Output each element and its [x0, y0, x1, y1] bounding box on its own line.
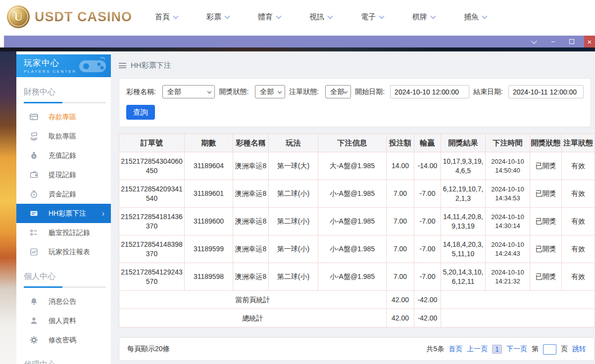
jump-label-after: 页 [561, 345, 568, 354]
sidebar-item-label: 充值記錄 [49, 151, 76, 160]
draw-status-select[interactable]: 全部 [255, 85, 285, 98]
cell-play-type: 第一球(小) [269, 235, 318, 263]
cell-play-type: 第一球(大) [269, 152, 318, 180]
person-icon [30, 317, 38, 325]
nav-item-lottery[interactable]: 彩票 [206, 12, 229, 22]
cell-period: 31189604 [185, 152, 233, 180]
chevron-down-icon [344, 90, 347, 93]
nav-item-chess[interactable]: 棋牌 [412, 12, 435, 22]
cell-order-status: 有效 [562, 263, 595, 291]
cell-draw-result: 6,12,19,10,7,2,1,3 [441, 180, 486, 208]
nav-item-home[interactable]: 首頁 [155, 12, 178, 22]
next-page-link[interactable]: 下一页 [506, 345, 527, 354]
page-header: HH彩票下注 [119, 59, 591, 71]
background-site-strip [0, 47, 595, 51]
chevron-right-icon: › [102, 209, 104, 218]
sidebar-item-label: 存款專區 [49, 113, 76, 122]
col-header-draw-status: 開獎狀態 [530, 134, 562, 152]
lottery-name-select[interactable]: 全部 [162, 85, 215, 98]
order-status-select[interactable]: 全部 [325, 85, 351, 98]
sidebar-item-withdraw[interactable]: 取款專區 [16, 127, 111, 146]
cell-lottery-name: 澳洲幸运8 [233, 263, 269, 291]
cell-draw-result: 14,18,4,20,3,5,11,10 [441, 235, 486, 263]
sidebar-item-label: 提現記錄 [49, 171, 76, 180]
menu-toggle-icon[interactable] [119, 63, 126, 68]
coin-purse-icon: ¥ [30, 190, 38, 198]
bell-icon [30, 297, 38, 306]
cell-bet-info: 小-A盤@1.985 [318, 208, 387, 235]
sidebar-header: 玩家中心 PLAYERS CENTER [16, 54, 111, 77]
nav-menu: 首頁 彩票 體育 視訊 電子 棋牌 捕魚 [155, 12, 515, 22]
cell-win-loss: -7.00 [414, 235, 441, 263]
sidebar-item-change-password[interactable]: 修改密碼 [16, 330, 111, 350]
end-date-input[interactable] [508, 85, 584, 98]
first-page-link[interactable]: 首页 [448, 345, 462, 354]
cell-bet-time: 2024-10-10 14:21:32 [486, 263, 530, 291]
cell-order-no: 2152172854129243570 [119, 263, 185, 291]
site-logo[interactable]: U USDT CASINO [7, 5, 132, 28]
nav-item-fishing[interactable]: 捕魚 [464, 12, 487, 22]
chevron-down-icon [482, 13, 487, 19]
nav-item-electronic[interactable]: 電子 [361, 12, 384, 22]
sidebar-item-recharge-record[interactable]: ¥ 充值記錄 [16, 146, 111, 165]
nav-item-sports[interactable]: 體育 [258, 12, 281, 22]
search-button[interactable]: 查詢 [126, 105, 155, 120]
col-header-bet-time: 下注時間 [486, 134, 530, 152]
start-date-input[interactable] [390, 85, 469, 98]
page-jump-input[interactable] [543, 344, 556, 355]
col-header-order-no: 訂單號 [119, 134, 185, 152]
svg-text:¥: ¥ [33, 155, 35, 158]
sidebar-section-agent: 代理中心 [24, 360, 111, 364]
cell-draw-status: 已開獎 [530, 235, 562, 263]
chevron-down-icon [207, 90, 211, 93]
summary-bet-total: 42.00 [387, 291, 414, 309]
sidebar-item-announcements[interactable]: 消息公告 [16, 292, 111, 311]
jump-action-link[interactable]: 跳转 [572, 345, 586, 354]
sidebar-item-room-bet-record[interactable]: 廳室投註記錄 [16, 223, 111, 242]
cell-order-no: 2152172854304060450 [119, 152, 185, 180]
window-dropdown-button[interactable] [528, 36, 541, 47]
col-header-play-type: 玩法 [269, 134, 318, 152]
total-count-text: 共5条 [426, 345, 444, 354]
chevron-down-icon [327, 13, 333, 19]
nav-item-video[interactable]: 視訊 [309, 12, 332, 22]
sidebar-section-finance: 財務中心 [24, 87, 111, 97]
col-header-draw-result: 開獎結果 [441, 134, 486, 152]
cell-play-type: 第二球(小) [269, 263, 318, 291]
cell-draw-status: 已開獎 [530, 263, 562, 291]
summary-empty [441, 291, 595, 309]
sidebar-item-hh-lottery-bets[interactable]: HH彩票下注 › [16, 204, 111, 223]
cell-period: 31189601 [185, 180, 233, 208]
section-divider [24, 286, 106, 288]
pagination: 共5条 首页 上一页 1 下一页 第 页 跳转 [422, 344, 586, 355]
window-maximize-button[interactable] [565, 36, 578, 47]
current-page-indicator: 1 [492, 345, 502, 354]
cell-play-type: 第二球(小) [269, 180, 318, 208]
sidebar-item-profile[interactable]: 個人資料 [16, 311, 111, 330]
sidebar-item-label: 玩家投注報表 [49, 248, 90, 257]
bet-card-icon [30, 209, 38, 218]
main-content: HH彩票下注 彩種名稱: 全部 開獎狀態: 全部 注單狀態: 全部 開始日期: … [111, 51, 595, 364]
summary-label: 當前頁統計 [119, 291, 387, 309]
sidebar-item-player-bet-report[interactable]: 玩家投注報表 [16, 242, 111, 262]
chevron-down-icon [278, 90, 282, 93]
window-close-button[interactable] [584, 36, 595, 47]
cell-bet-amount: 14.00 [387, 152, 414, 180]
cell-bet-time: 2024-10-10 14:50:40 [486, 152, 530, 180]
cell-order-status: 有效 [562, 152, 595, 180]
lottery-name-label: 彩種名稱: [126, 88, 156, 96]
sidebar-item-funds-record[interactable]: ¥ 資金記錄 [16, 184, 111, 204]
table-header-row: 訂單號 期數 彩種名稱 玩法 下注信息 投注額 輸贏 開獎結果 下注時間 開獎狀… [119, 134, 595, 152]
bets-table: 訂單號 期數 彩種名稱 玩法 下注信息 投注額 輸贏 開獎結果 下注時間 開獎狀… [119, 134, 595, 327]
prev-page-link[interactable]: 上一页 [467, 345, 488, 354]
cell-win-loss: -7.00 [414, 180, 441, 208]
sidebar-item-label: HH彩票下注 [49, 209, 86, 218]
svg-text:¥: ¥ [33, 193, 35, 196]
col-header-bet-info: 下注信息 [318, 134, 387, 152]
sidebar-item-label: 修改密碼 [49, 336, 76, 345]
sidebar-item-deposit[interactable]: 存款專區 [16, 107, 111, 127]
logo-letter: U [14, 10, 22, 24]
cell-lottery-name: 澳洲幸运8 [233, 180, 269, 208]
window-minimize-button[interactable] [546, 36, 559, 47]
sidebar-item-withdrawal-record[interactable]: 提現記錄 [16, 165, 111, 184]
